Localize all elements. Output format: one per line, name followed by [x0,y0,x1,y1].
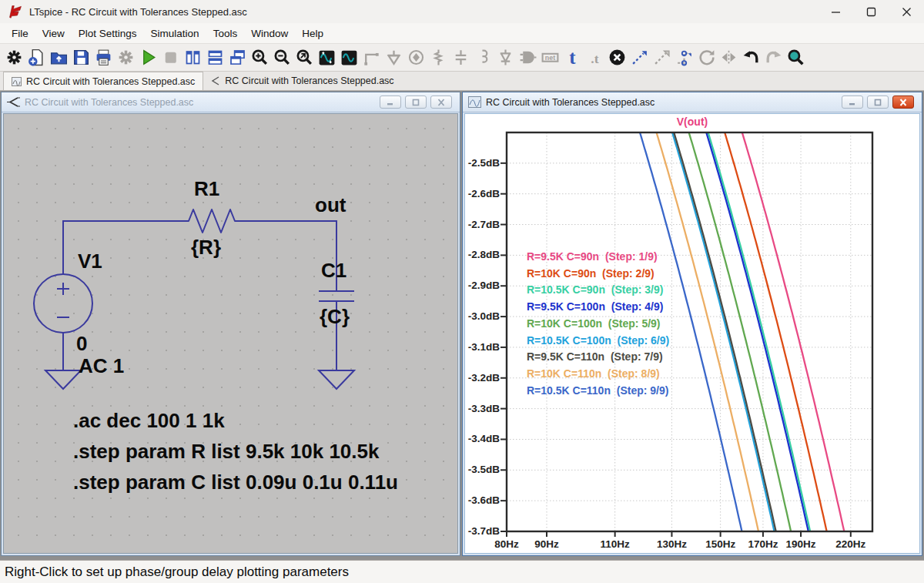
x-axis-tick-label: 130Hz [657,538,687,550]
zoom-in-button[interactable] [249,46,271,69]
capacitor-button[interactable] [450,46,472,69]
tab-label: RC Circuit with Tolerances Stepped.asc [26,76,195,87]
legend-item: R=10K C=90n (Step: 2/9) [527,266,669,283]
capacitor-name-label[interactable]: C1 [321,259,346,283]
y-axis-tick-label: -2.9dB [464,280,500,291]
stretch-button[interactable] [673,46,695,69]
mirror-button[interactable] [718,46,740,69]
stretch-icon [675,48,694,67]
schematic-restore-button[interactable] [405,95,427,109]
plot-minimize-button[interactable] [842,95,863,109]
menu-tools[interactable]: Tools [206,25,245,42]
label-net-button[interactable] [405,46,427,69]
redo-button[interactable] [762,46,785,69]
x-axis-tick-label: 220Hz [835,538,865,550]
y-axis-tick-label: -2.8dB [464,249,500,260]
save-button[interactable] [70,46,92,69]
waveform-button[interactable] [338,46,360,69]
new-schematic-button[interactable] [25,46,48,69]
source-ac-label[interactable]: AC 1 [79,354,124,378]
plot-canvas[interactable]: V(out) R=9.5K C=90n (Step: 1/9)R=10K C=9… [464,113,920,554]
duplicate-button[interactable] [628,46,651,69]
settings-button[interactable] [3,46,25,69]
zoom-out-button[interactable] [271,46,293,69]
minimize-icon [831,7,841,17]
schematic-minimize-button[interactable] [380,95,401,109]
cascade-button[interactable] [226,46,249,69]
delete-button[interactable] [606,46,628,69]
ground-icon [384,48,403,67]
main-titlebar[interactable]: LTspice - RC Circuit with Tolerances Ste… [0,0,924,23]
x-axis-tick-label: 110Hz [601,538,630,550]
undo-icon [742,48,761,67]
undo-button[interactable] [740,46,762,69]
text-button[interactable]: t [561,46,584,69]
net-icon: net [541,48,560,67]
legend-item: R=10K C=100n (Step: 5/9) [527,316,669,333]
source-name-label[interactable]: V1 [78,250,102,273]
resistor-value-label[interactable]: {R} [191,236,221,260]
plot-restore-button[interactable] [867,95,889,109]
component-icon [518,48,537,67]
capacitor-value-label[interactable]: {C} [320,305,350,329]
close-icon [902,7,912,17]
spice-directive-button[interactable]: .t [584,46,606,69]
node-out-label[interactable]: out [315,193,346,217]
search-button[interactable] [785,46,807,69]
print-button[interactable] [92,46,115,69]
tile-horizontal-button[interactable] [204,46,226,69]
minimize-button[interactable] [818,0,853,23]
autorange-button[interactable] [316,46,338,69]
schematic-canvas[interactable]: R1 {R} out V1 0 AC 1 C1 {C} .ac dec 100 … [3,113,458,554]
close-icon [437,99,446,106]
y-axis-tick-label: -3.5dB [464,464,500,475]
tab-schematic[interactable]: RC Circuit with Tolerances Stepped.asc [203,72,401,90]
y-axis-tick-label: -3.3dB [464,403,500,414]
schematic-close-button[interactable] [430,95,452,109]
open-icon [49,48,69,67]
schematic-window-title: RC Circuit with Tolerances Stepped.asc [25,97,193,108]
control-panel-icon [116,48,136,67]
menu-simulation[interactable]: Simulation [144,25,206,42]
schematic-tab-icon [211,76,220,85]
resistor-name-label[interactable]: R1 [194,177,219,201]
menu-plot-settings[interactable]: Plot Settings [72,25,144,42]
control-panel-button[interactable] [115,46,137,69]
menu-file[interactable]: File [5,25,35,42]
ground-button[interactable] [383,46,405,69]
capacitor-icon [451,48,470,67]
menu-window[interactable]: Window [244,25,295,42]
tab-plot[interactable]: RC Circuit with Tolerances Stepped.asc [3,72,203,90]
rotate-button[interactable] [695,46,718,69]
component-button[interactable] [517,46,539,69]
inductor-button[interactable] [472,46,494,69]
resistor-icon [429,48,448,67]
plot-window: RC Circuit with Tolerances Stepped.asc V… [462,92,922,556]
svg-text:t: t [569,48,576,67]
net-button[interactable]: net [539,46,561,69]
menu-help[interactable]: Help [295,25,330,42]
zoom-full-button[interactable] [293,46,316,69]
resistor-button[interactable] [427,46,450,69]
menu-view[interactable]: View [35,25,72,42]
legend-item: R=9.5K C=90n (Step: 1/9) [527,249,669,266]
plot-close-button[interactable] [892,95,914,109]
maximize-button[interactable] [853,0,889,23]
run-button[interactable] [137,46,159,69]
wire-button[interactable] [360,46,383,69]
zoom-full-icon [295,48,314,67]
open-button[interactable] [48,46,70,69]
spice-directive-ac[interactable]: .ac dec 100 1 1k [73,409,225,433]
drag-button[interactable] [651,46,673,69]
close-button[interactable] [889,0,924,23]
halt-button[interactable] [159,46,182,69]
plot-titlebar[interactable]: RC Circuit with Tolerances Stepped.asc [463,92,922,112]
spice-directive-step-c[interactable]: .step param C list 0.09u 0.1u 0.11u [73,471,398,494]
maximize-icon [866,7,876,17]
diode-button[interactable] [494,46,517,69]
spice-directive-step-r[interactable]: .step param R list 9.5k 10k 10.5k [73,440,379,464]
new-schematic-icon [27,48,46,67]
tile-vertical-button[interactable] [182,46,204,69]
schematic-titlebar[interactable]: RC Circuit with Tolerances Stepped.asc [2,92,460,112]
source-dc-label[interactable]: 0 [76,332,87,356]
